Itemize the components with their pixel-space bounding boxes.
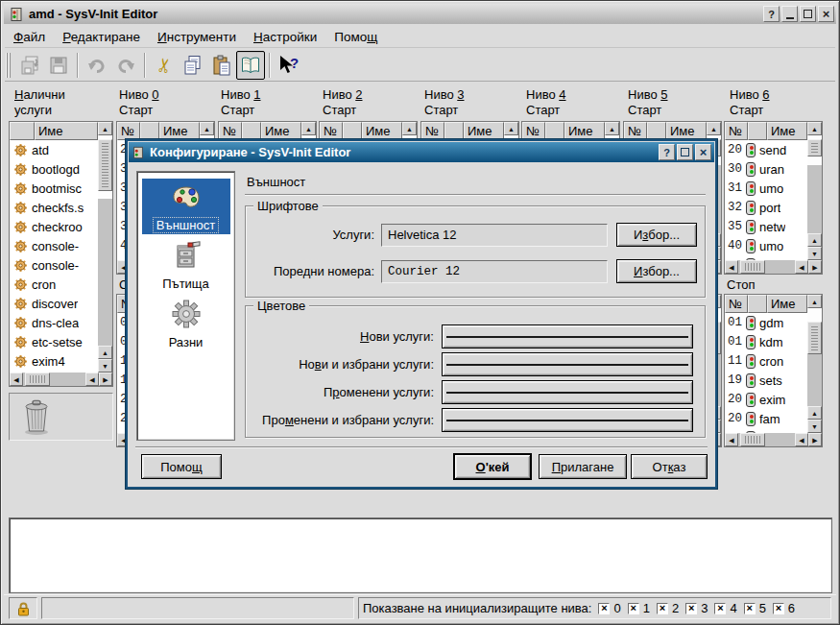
start-entry-row[interactable]: 30uran [725, 159, 807, 179]
sidebar-item-1[interactable]: Пътища [142, 237, 230, 293]
vertical-scrollbar[interactable]: ▲▲▼ [98, 122, 112, 373]
dialog-close-button[interactable]: × [695, 144, 711, 160]
context-help-icon[interactable]: ? [275, 51, 303, 80]
dialog-maximize-button[interactable] [677, 144, 693, 160]
service-row[interactable]: dns-clea [10, 313, 98, 332]
stop-entry-row[interactable]: 01gdm [725, 313, 807, 332]
scrollbar-track[interactable] [807, 135, 822, 233]
scroll-left-button[interactable]: ◀ [795, 260, 808, 274]
scroll-up-button[interactable]: ▲ [504, 122, 518, 135]
column-header-blank[interactable] [444, 122, 464, 140]
window-help-button[interactable]: ? [763, 6, 780, 22]
scroll-up-button[interactable]: ▲ [807, 233, 822, 247]
service-row[interactable]: atd [10, 140, 98, 159]
numbers-font-field[interactable]: Courier 12 [381, 260, 608, 283]
service-row[interactable]: checkfs.s [10, 198, 98, 217]
start-entry-row[interactable]: 35netw [725, 217, 807, 236]
dialog-help-button[interactable]: ? [659, 144, 675, 160]
dialog-titlebar[interactable]: Конфигуриране - SysV-Init Editor ? × [129, 142, 714, 162]
start-entry-row[interactable]: 32port [725, 198, 807, 217]
help-button[interactable]: Помощ [141, 454, 222, 479]
scroll-left-button[interactable]: ◀ [795, 433, 808, 446]
scrollbar-thumb[interactable] [25, 373, 50, 386]
scroll-right-button[interactable]: ▶ [808, 260, 822, 274]
column-header-blank[interactable] [647, 122, 666, 140]
scroll-up-button[interactable]: ▲ [301, 122, 316, 135]
runlevel-4-checkbox[interactable]: × [714, 603, 726, 614]
window-close-button[interactable]: × [818, 6, 834, 22]
service-row[interactable]: discover [10, 294, 98, 313]
column-header-Име[interactable]: Име [767, 295, 807, 313]
service-row[interactable]: cron [10, 275, 98, 294]
show-log-icon[interactable] [236, 51, 265, 80]
services-font-field[interactable]: Helvetica 12 [381, 224, 608, 247]
scroll-up-button[interactable]: ▲ [605, 122, 619, 135]
scroll-right-button[interactable]: ▶ [99, 373, 112, 386]
color-picker-button[interactable] [442, 325, 693, 349]
menu-item-2[interactable]: Инструменти [149, 28, 245, 46]
scrollbar-track[interactable] [807, 308, 822, 406]
copy-icon[interactable] [179, 51, 207, 80]
main-titlebar[interactable]: amd - SysV-Init Editor ? × [4, 4, 836, 24]
column-header-Име[interactable]: Име [464, 122, 504, 140]
stop-entry-row[interactable]: 11cron [725, 351, 807, 371]
column-header-Име[interactable]: Име [159, 122, 200, 140]
scrollbar-thumb[interactable] [740, 433, 765, 446]
column-header-№[interactable]: № [624, 122, 647, 140]
trash-drop-zone[interactable] [9, 393, 113, 441]
apply-button[interactable]: Прилагане [539, 454, 627, 479]
scroll-up-button[interactable]: ▲ [402, 122, 417, 135]
column-header-blank[interactable] [343, 122, 362, 140]
scroll-up-button[interactable]: ▲ [98, 346, 112, 359]
menu-item-3[interactable]: Настройки [245, 28, 325, 46]
column-header-№[interactable]: № [421, 122, 444, 140]
column-header-Име[interactable]: Име [362, 122, 402, 140]
service-row[interactable]: etc-setse [10, 332, 98, 351]
log-output-area[interactable] [9, 517, 832, 593]
column-header-Име[interactable]: Име [35, 122, 98, 140]
service-row[interactable]: console- [10, 255, 98, 275]
start-entry-row[interactable]: 40umo [725, 236, 807, 255]
scrollbar-track[interactable] [738, 260, 795, 274]
service-row[interactable]: console- [10, 236, 98, 255]
window-maximize-button[interactable] [800, 6, 816, 22]
scroll-up-button[interactable]: ▲ [707, 122, 721, 135]
runlevel-5-checkbox[interactable]: × [744, 603, 756, 614]
scroll-left-button[interactable]: ◀ [85, 373, 99, 386]
horizontal-scrollbar[interactable]: ◀◀▶ [725, 260, 822, 274]
color-picker-button[interactable] [442, 352, 693, 376]
scroll-up-button[interactable]: ▲ [807, 295, 822, 308]
services-font-choose-button[interactable]: Избор... [616, 223, 697, 247]
cancel-button[interactable]: Отказ [631, 454, 708, 479]
sidebar-item-0[interactable]: Външност [142, 179, 230, 234]
scroll-down-button[interactable]: ▼ [98, 359, 112, 373]
toolbar-handle[interactable] [6, 53, 12, 78]
vertical-scrollbar[interactable]: ▲▲▼ [807, 295, 822, 433]
scroll-up-button[interactable]: ▲ [807, 406, 822, 420]
column-header-blank[interactable] [10, 122, 35, 140]
scrollbar-thumb[interactable] [740, 260, 765, 274]
column-header-Име[interactable]: Име [261, 122, 301, 140]
scroll-right-button[interactable]: ▶ [808, 433, 822, 446]
service-row[interactable]: bootlogd [10, 159, 98, 179]
scroll-left-button[interactable]: ◀ [725, 433, 738, 446]
scrollbar-track[interactable] [738, 433, 795, 446]
column-header-blank[interactable] [748, 295, 767, 313]
scroll-left-button[interactable]: ◀ [10, 373, 23, 386]
color-picker-button[interactable] [442, 380, 693, 404]
column-header-Име[interactable]: Име [767, 122, 807, 140]
cut-icon[interactable]: ✂ [150, 51, 179, 80]
service-row[interactable]: bootmisc [10, 179, 98, 198]
runlevel-2-checkbox[interactable]: × [657, 603, 668, 614]
column-header-blank[interactable] [140, 122, 159, 140]
runlevel-1-checkbox[interactable]: × [628, 603, 639, 614]
scrollbar-track[interactable] [23, 373, 85, 386]
column-header-№[interactable]: № [117, 122, 140, 140]
scrollbar-thumb[interactable] [807, 139, 822, 156]
horizontal-scrollbar[interactable]: ◀◀▶ [725, 433, 822, 446]
stop-entry-row[interactable]: 20fam [725, 409, 807, 428]
scroll-down-button[interactable]: ▼ [807, 247, 822, 260]
runlevel-6-checkbox[interactable]: × [773, 603, 784, 614]
column-header-№[interactable]: № [725, 122, 748, 140]
window-minimize-button[interactable] [781, 6, 798, 22]
